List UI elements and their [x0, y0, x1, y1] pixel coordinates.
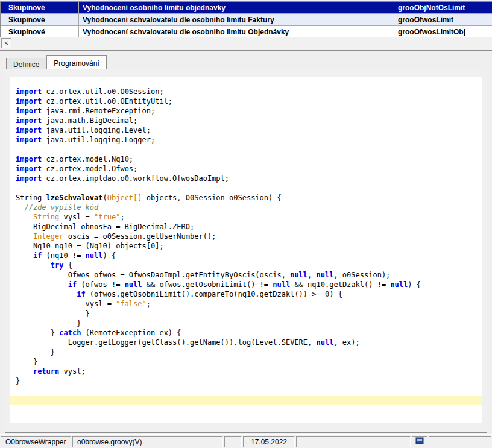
code-line: import cz.ortex.model.Nq10; — [10, 154, 482, 164]
code-line — [10, 145, 482, 154]
code-line: } — [10, 309, 482, 318]
code-line: if (ofwos != null && ofwos.getOsobniLimi… — [10, 280, 482, 289]
code-line: //zde vypište kód — [10, 203, 482, 212]
status-spacer-2 — [296, 436, 411, 447]
scroll-left-icon: < — [4, 39, 8, 46]
code-line — [10, 386, 482, 396]
status-spacer-1 — [224, 436, 242, 447]
table-row[interactable]: SkupinovéVyhodnocení schvalovatelu dle o… — [1, 26, 492, 38]
code-line: } — [10, 357, 482, 367]
code-line: import java.util.logging.Logger; — [10, 135, 482, 145]
table-cell: Skupinové — [1, 2, 79, 13]
code-line: if (nq10 != null) { — [10, 251, 482, 260]
scroll-left-button[interactable]: < — [1, 38, 11, 48]
code-line: String vysl = "true"; — [10, 212, 482, 222]
code-line: Integer oscis = o0Session.getUserNumber(… — [10, 232, 482, 241]
table-cell: Vyhodnocení osobniho limitu objednavky — [79, 2, 394, 13]
code-line: Nq10 nq10 = (Nq10) objects[0]; — [10, 241, 482, 251]
code-line: import cz.ortex.model.Ofwos; — [10, 164, 482, 174]
table-cell: grooOfwosLimitObj — [394, 26, 492, 37]
code-line: Ofwos ofwos = OfwosDaoImpl.getEntityByOs… — [10, 270, 482, 280]
window-icon — [415, 437, 424, 447]
code-line: Logger.getLogger(getClass().getName()).l… — [10, 338, 482, 347]
current-line-highlight — [10, 396, 482, 405]
code-line: } — [10, 347, 482, 357]
code-line — [10, 183, 482, 193]
table-cell: Skupinové — [1, 14, 79, 25]
hscrollbar[interactable]: < — [0, 37, 492, 51]
code-line: String lzeSchvalovat(Object[] objects, O… — [10, 193, 482, 203]
code-line: import java.math.BigDecimal; — [10, 116, 482, 125]
code-line: } catch (RemoteException ex) { — [10, 328, 482, 338]
code-line: } — [10, 376, 482, 386]
code-line: import java.util.logging.Level; — [10, 125, 482, 135]
app-window: SkupinovéVyhodnocení osobniho limitu obj… — [0, 0, 492, 448]
code-area: import cz.ortex.util.o0.O0Session;import… — [10, 77, 482, 405]
table-cell: grooObjNotOsLimit — [394, 2, 492, 13]
code-line: if (ofwos.getOsobniLimit().compareTo(nq1… — [10, 289, 482, 299]
status-tool-button[interactable] — [412, 436, 427, 447]
tab-strip: DefiniceProgramování — [6, 55, 107, 69]
code-line: import cz.ortex.util.o0.OEntityUtil; — [10, 96, 482, 106]
code-line: try { — [10, 260, 482, 270]
table-cell: grooOfwosLimit — [394, 14, 492, 25]
status-context: O0browseWrapper — [1, 436, 71, 447]
code-line: vysl = "false"; — [10, 299, 482, 309]
code-line: } — [10, 318, 482, 328]
code-line: import cz.ortex.util.o0.O0Session; — [10, 87, 482, 96]
table-row-selected[interactable]: SkupinovéVyhodnocení osobniho limitu obj… — [1, 2, 492, 14]
code-line: import cz.ortex.impldao.o0.workflow.Ofwo… — [10, 174, 482, 183]
statusbar: O0browseWrappero0browse.groovy(V)17.05.2… — [0, 434, 492, 448]
tab-programovani[interactable]: Programování — [46, 55, 106, 69]
status-spacer-3 — [429, 436, 491, 447]
code-line: return vysl; — [10, 367, 482, 376]
rules-table: SkupinovéVyhodnocení osobniho limitu obj… — [0, 1, 492, 38]
code-line: import java.rmi.RemoteException; — [10, 106, 482, 116]
table-row[interactable]: SkupinovéVyhodnocení schvalovatelu dle o… — [1, 14, 492, 26]
table-cell: Vyhodnocení schvalovatelu dle osobniho l… — [79, 14, 394, 25]
code-editor[interactable]: import cz.ortex.util.o0.O0Session;import… — [10, 77, 482, 423]
table-cell: Vyhodnocení schvalovatelu dle osobniho l… — [79, 26, 394, 37]
code-line: BigDecimal obnosFa = BigDecimal.ZERO; — [10, 222, 482, 232]
status-file: o0browse.groovy(V) — [72, 436, 223, 447]
tab-definice[interactable]: Definice — [6, 58, 46, 69]
table-cell: Skupinové — [1, 26, 79, 37]
status-date: 17.05.2022 — [243, 436, 295, 447]
